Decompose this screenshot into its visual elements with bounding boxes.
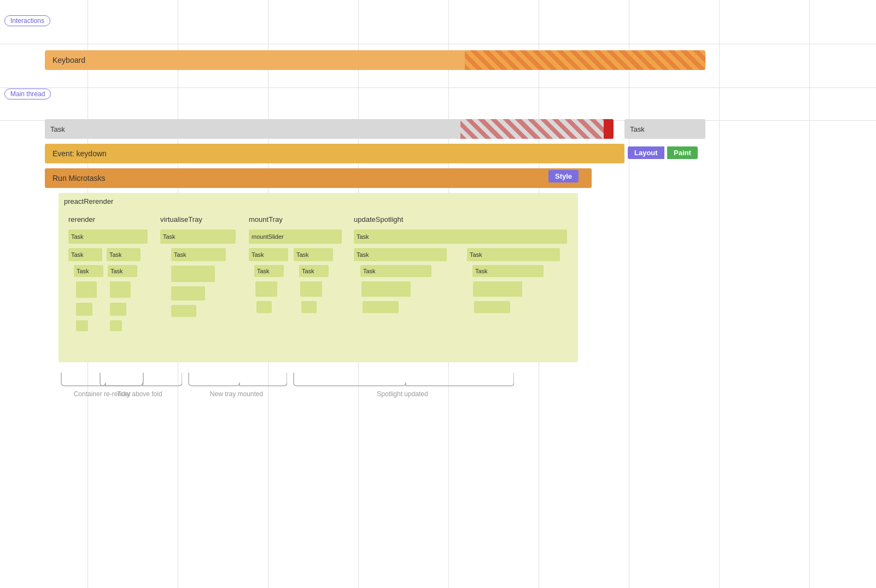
mount-subtask-1: Task [254,265,284,277]
spotlight-subtask-2: Task [472,265,544,277]
style-button[interactable]: Style [548,170,579,183]
run-microtasks-bar: Run Microtasks [45,168,592,188]
task-red-end [604,119,614,139]
section-label-new-tray-mounted: New tray mounted [186,390,287,398]
main-thread-chip[interactable]: Main thread [4,89,51,99]
keyboard-bar: Keyboard [45,50,705,70]
keyboard-hatched [465,50,705,70]
vtray-tiny-2 [171,286,205,301]
section-label-tray-above-fold: Tray above fold [97,390,182,398]
rerender-label: rerender [68,215,95,224]
brace-tray-above-fold [97,372,182,387]
rerender-tiny-6 [110,320,122,331]
rerender-subtask-1: Task [74,265,103,277]
mount-tiny-1 [255,281,277,297]
mount-task-1: Task [249,248,288,261]
spotlight-task: Task [354,230,567,244]
spotlight-task-1: Task [354,248,447,261]
spotlight-tiny-3 [363,301,399,313]
rerender-container: rerender Task Task Task Task Task [64,212,151,357]
mount-slider-box: mountSlider [249,230,342,244]
update-spotlight-label: updateSpotlight [354,215,403,224]
spotlight-subtask-1: Task [360,265,431,277]
vtray-subtask: Task [171,248,226,261]
layout-button[interactable]: Layout [628,146,664,159]
mount-subtask-2: Task [299,265,329,277]
spotlight-tiny-2 [473,281,522,297]
virtualise-tray-container: virtualiseTray Task Task [156,212,241,357]
vtray-tiny-1 [171,266,215,282]
mount-tray-label: mountTray [249,215,283,224]
section-label-spotlight-updated: Spotlight updated [291,390,514,398]
vtray-task: Task [160,230,236,244]
rerender-subtask-2: Task [108,265,137,277]
brace-new-tray-mounted [186,372,287,387]
mount-tiny-3 [256,301,272,313]
brace-spotlight-updated [291,372,514,387]
rerender-task-1: Task [68,248,102,261]
mount-tiny-2 [300,281,322,297]
rerender-tiny-2 [110,281,131,298]
event-keydown-bar: Event: keydown [45,144,624,163]
vtray-tiny-3 [171,305,196,317]
mount-tray-container: mountTray mountSlider Task Task Task Tas… [244,212,346,357]
preact-rerender-container: preactRerender rerender Task Task Task T… [59,193,578,362]
spotlight-task-2: Task [467,248,560,261]
paint-button[interactable]: Paint [667,146,698,159]
rerender-tiny-3 [76,303,92,316]
task-bar-right: Task [624,119,705,139]
task-bar-main: Task [45,119,614,139]
rerender-tiny-1 [76,281,97,298]
rerender-tiny-5 [76,320,88,331]
mount-task-2: Task [294,248,333,261]
mount-tiny-4 [301,301,317,313]
spotlight-tiny-1 [361,281,411,297]
interactions-chip[interactable]: Interactions [4,15,50,26]
rerender-task-2: Task [107,248,141,261]
preact-rerender-label: preactRerender [64,197,113,205]
task-hatched [460,119,604,139]
update-spotlight-container: updateSpotlight Task Task Task Task Task [349,212,573,357]
rerender-task: Task [68,230,148,244]
rerender-tiny-4 [110,303,126,316]
virtualise-tray-label: virtualiseTray [160,215,202,224]
spotlight-tiny-4 [474,301,510,313]
